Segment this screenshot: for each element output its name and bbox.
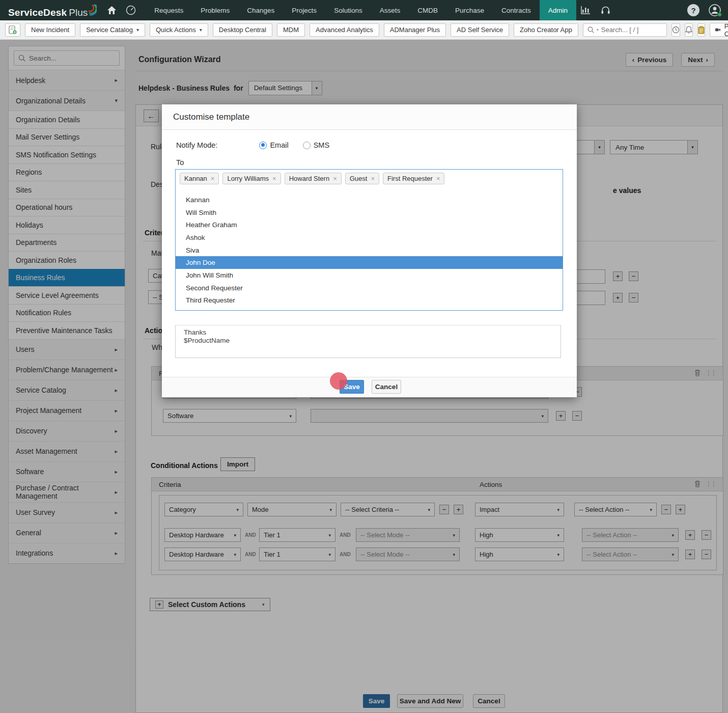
sms-radio-label: SMS (314, 141, 329, 149)
product-overview-button[interactable]: Product Overview (710, 23, 728, 37)
chip-label: First Requester (387, 175, 433, 182)
quick-actions-button[interactable]: Quick Actions▾ (150, 23, 208, 37)
suggestion-ashok[interactable]: Ashok (176, 231, 563, 244)
suggestion-siva[interactable]: Siva (176, 244, 563, 257)
email-radio-label: Email (270, 141, 288, 149)
brand-arc-icon (89, 3, 97, 16)
nav-projects[interactable]: Projects (283, 0, 325, 20)
chip-label: Howard Stern (289, 175, 329, 182)
reports-chart-icon[interactable] (576, 0, 596, 20)
recipient-suggestions-list: Kannan Will Smith Heather Graham Ashok S… (176, 194, 563, 307)
mdm-button[interactable]: MDM (277, 23, 305, 37)
close-icon[interactable]: × (272, 175, 276, 182)
service-catalog-button[interactable]: Service Catalog▾ (80, 23, 145, 37)
home-icon[interactable] (102, 0, 121, 20)
mdm-label: MDM (283, 26, 299, 34)
suggestion-second-requester[interactable]: Second Requester (176, 282, 563, 294)
ad-self-service-button[interactable]: AD Self Service (451, 23, 509, 37)
suggestion-heather-graham[interactable]: Heather Graham (176, 218, 563, 231)
admanager-plus-button[interactable]: ADManager Plus (384, 23, 446, 37)
notify-mode-row: Notify Mode: Email SMS (176, 141, 329, 149)
app-logo[interactable]: ServiceDesk Plus (0, 3, 102, 18)
suggestion-third-requester[interactable]: Third Requester (176, 294, 563, 307)
close-icon[interactable]: × (333, 175, 337, 182)
close-icon[interactable]: × (436, 175, 440, 182)
dialog-save-label: Save (344, 383, 360, 391)
tasks-clipboard-icon[interactable] (697, 23, 705, 37)
message-body-textarea[interactable]: Thanks $ProductName (175, 325, 561, 358)
product-overview-label: Product Overview (724, 22, 728, 38)
chevron-down-icon: ▾ (200, 27, 202, 33)
to-recipients-field[interactable]: Kannan× Lorry Williams× Howard Stern× Gu… (175, 169, 563, 311)
recipient-chips: Kannan× Lorry Williams× Howard Stern× Gu… (176, 170, 563, 185)
nav-problems[interactable]: Problems (192, 0, 238, 20)
zoho-creator-app-label: Zoho Creator App (520, 26, 572, 34)
to-field-label: To (176, 158, 184, 167)
zoho-creator-app-button[interactable]: Zoho Creator App (514, 23, 578, 37)
advanced-analytics-label: Advanced Analytics (316, 26, 373, 34)
headset-icon[interactable] (596, 0, 615, 20)
brand-name: ServiceDesk (8, 7, 67, 18)
nav-assets[interactable]: Assets (371, 0, 409, 20)
global-search-input[interactable] (601, 26, 662, 34)
screen: ServiceDesk Plus Requests Problems Chang… (0, 0, 728, 713)
admanager-plus-label: ADManager Plus (390, 26, 440, 34)
advanced-analytics-button[interactable]: Advanced Analytics (310, 23, 379, 37)
dialog-footer (162, 377, 577, 397)
history-clock-icon[interactable] (671, 23, 680, 37)
ad-self-service-label: AD Self Service (457, 26, 503, 34)
dialog-cancel-button[interactable]: Cancel (372, 380, 401, 394)
video-camera-icon (715, 27, 720, 33)
suggestion-john-doe[interactable]: John Doe (176, 256, 563, 269)
new-item-icon-button[interactable] (5, 23, 20, 37)
suggestion-john-will-smith[interactable]: John Will Smith (176, 269, 563, 282)
nav-changes[interactable]: Changes (238, 0, 283, 20)
close-icon[interactable]: × (371, 175, 375, 182)
close-icon[interactable]: × (211, 175, 215, 182)
recipient-chip[interactable]: First Requester× (383, 173, 444, 184)
dialog-header: Customise template (162, 104, 577, 130)
message-line: Thanks (184, 328, 552, 337)
message-line: $ProductName (184, 337, 552, 345)
nav-contracts[interactable]: Contracts (493, 0, 540, 20)
search-icon (587, 26, 594, 33)
new-incident-button[interactable]: New Incident (25, 23, 75, 37)
chip-label: Kannan (184, 175, 207, 182)
recipient-chip[interactable]: Lorry Williams× (222, 173, 281, 184)
quick-toolbar: New Incident Service Catalog▾ Quick Acti… (0, 20, 728, 40)
dialog-title: Customise template (173, 112, 249, 122)
chip-label: Lorry Williams (227, 175, 269, 182)
new-incident-label: New Incident (31, 26, 69, 34)
chevron-down-icon: ▾ (597, 28, 599, 32)
user-account-icon[interactable] (709, 4, 721, 16)
global-search[interactable]: ▾ (583, 23, 667, 37)
online-status-dot (717, 12, 722, 17)
radio-selected-icon (259, 142, 267, 149)
brand-suffix: Plus (69, 7, 88, 18)
quick-actions-label: Quick Actions (156, 26, 196, 34)
suggestion-kannan[interactable]: Kannan (176, 194, 563, 206)
suggestion-will-smith[interactable]: Will Smith (176, 206, 563, 219)
topnav-right-icons: ? (687, 4, 728, 16)
dashboard-gauge-icon[interactable] (121, 0, 141, 20)
email-radio[interactable]: Email (259, 141, 288, 149)
help-icon[interactable]: ? (687, 4, 699, 16)
chevron-down-icon: ▾ (136, 27, 139, 33)
dialog-save-button[interactable]: Save (340, 380, 364, 394)
nav-admin[interactable]: Admin (540, 0, 576, 20)
recipient-chip[interactable]: Howard Stern× (285, 173, 342, 184)
service-catalog-label: Service Catalog (86, 26, 133, 34)
nav-purchase[interactable]: Purchase (446, 0, 493, 20)
chip-label: Guest (350, 175, 368, 182)
recipient-chip[interactable]: Guest× (345, 173, 379, 184)
nav-solutions[interactable]: Solutions (325, 0, 371, 20)
notifications-bell-icon[interactable] (685, 23, 693, 37)
top-navigation-bar: ServiceDesk Plus Requests Problems Chang… (0, 0, 728, 20)
nav-requests[interactable]: Requests (146, 0, 192, 20)
desktop-central-button[interactable]: Desktop Central (213, 23, 272, 37)
nav-cmdb[interactable]: CMDB (409, 0, 446, 20)
customise-template-dialog: Customise template Notify Mode: Email SM… (162, 104, 577, 397)
recipient-chip[interactable]: Kannan× (180, 173, 219, 184)
sms-radio[interactable]: SMS (303, 141, 329, 149)
notify-mode-label: Notify Mode: (176, 141, 217, 149)
